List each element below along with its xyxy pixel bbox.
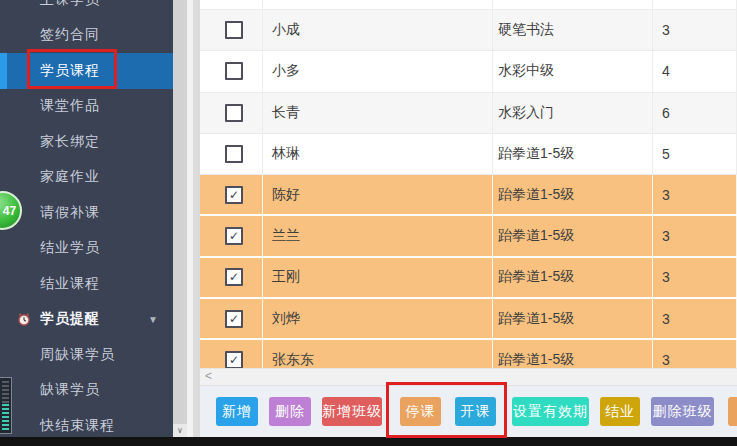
- remaining-count-cell: 3: [653, 175, 737, 214]
- graduate-button[interactable]: 结业: [600, 397, 640, 426]
- course-name-cell: 跆拳道1-5级: [493, 134, 653, 174]
- remaining-count-cell: 4: [653, 51, 737, 91]
- sidebar-item-graduated-courses[interactable]: 结业课程: [0, 266, 173, 302]
- sidebar-group-student-reminders[interactable]: 学员提醒 ▼: [0, 302, 173, 338]
- sidebar-item-contracts[interactable]: 签约合同: [0, 18, 173, 54]
- student-name-cell: 小多: [263, 51, 493, 91]
- sidebar-item-leave-makeup[interactable]: 请假补课: [0, 195, 173, 231]
- sidebar-item-parent-binding[interactable]: 家长绑定: [0, 124, 173, 160]
- delete-class-button[interactable]: 删除班级: [651, 397, 714, 426]
- stop-course-button[interactable]: 停课: [400, 397, 441, 426]
- row-checkbox[interactable]: [225, 62, 243, 80]
- scrollbar-down-arrow-icon[interactable]: ∨: [173, 424, 187, 437]
- sidebar-item-label: 快结束课程: [40, 417, 115, 435]
- remaining-count-cell: 3: [653, 299, 737, 338]
- sidebar-item-absent-students[interactable]: 缺课学员: [0, 373, 173, 409]
- student-name-cell: 兰兰: [263, 216, 493, 255]
- sidebar-group-label: 学员提醒: [40, 310, 100, 328]
- student-name-cell: 陈好: [263, 175, 493, 214]
- row-checkbox[interactable]: ✓: [225, 310, 243, 328]
- remaining-count-cell: 5: [653, 134, 737, 174]
- sidebar-item-student-courses[interactable]: 学员课程: [0, 53, 173, 89]
- course-name-cell: [493, 0, 653, 9]
- level-meter-widget: [0, 377, 12, 434]
- checkbox-cell: ✓: [200, 340, 263, 368]
- checkbox-cell: [200, 10, 263, 50]
- row-checkbox[interactable]: [225, 104, 243, 122]
- alarm-clock-icon: [17, 312, 31, 326]
- sidebar-item-label: 结业课程: [40, 275, 100, 293]
- chevron-down-icon: ▼: [148, 314, 159, 325]
- course-name-cell: 水彩中级: [493, 51, 653, 91]
- remaining-count-cell: 3: [653, 340, 737, 368]
- action-toolbar: 新增 删除 新增班级 停课 开课 设置有效期 结业 删除班级: [200, 385, 737, 437]
- table-row[interactable]: ✓ 兰兰 跆拳道1-5级 3: [200, 216, 737, 257]
- table-row[interactable]: 长青 水彩入门 6: [200, 93, 737, 134]
- sidebar-item-label: 学员课程: [40, 62, 100, 80]
- student-name-cell: 张东东: [263, 340, 493, 368]
- checkbox-cell: ✓: [200, 299, 263, 338]
- checkbox-cell: ✓: [200, 175, 263, 214]
- sidebar-item-homework[interactable]: 家庭作业: [0, 160, 173, 196]
- badge-count: 47: [3, 204, 16, 218]
- course-name-cell: 跆拳道1-5级: [493, 175, 653, 214]
- sidebar-item-weekly-absent[interactable]: 周缺课学员: [0, 337, 173, 373]
- sidebar-item-label: 缺课学员: [40, 381, 100, 399]
- add-button[interactable]: 新增: [216, 397, 258, 426]
- sidebar-item-label: 家长绑定: [40, 133, 100, 151]
- course-name-cell: 跆拳道1-5级: [493, 340, 653, 368]
- table-row[interactable]: ✓ 张东东 跆拳道1-5级 3: [200, 340, 737, 368]
- add-class-button[interactable]: 新增班级: [322, 397, 382, 426]
- course-name-cell: 跆拳道1-5级: [493, 258, 653, 297]
- sidebar-item-class-students[interactable]: 上课学员: [0, 0, 173, 18]
- sidebar-item-label: 上课学员: [40, 0, 100, 9]
- sidebar: 上课学员 签约合同 学员课程 课堂作品 家长绑定 家庭作业 请假补课 结业学员 …: [0, 0, 173, 437]
- set-validity-button[interactable]: 设置有效期: [512, 397, 589, 426]
- student-name-cell: 长青: [263, 93, 493, 133]
- remaining-count-cell: [653, 0, 737, 9]
- course-name-cell: 水彩入门: [493, 93, 653, 133]
- student-name-cell: 王刚: [263, 258, 493, 297]
- checkbox-cell: ✓: [200, 258, 263, 297]
- row-checkbox[interactable]: ✓: [225, 227, 243, 245]
- checkbox-cell: [200, 93, 263, 133]
- table-row[interactable]: ✓ 陈好 跆拳道1-5级 3: [200, 175, 737, 216]
- sidebar-item-graduated-students[interactable]: 结业学员: [0, 231, 173, 267]
- course-name-cell: 跆拳道1-5级: [493, 216, 653, 255]
- student-name-cell: 小成: [263, 10, 493, 50]
- course-name-cell: 跆拳道1-5级: [493, 299, 653, 338]
- delete-button[interactable]: 删除: [269, 397, 311, 426]
- sidebar-item-label: 家庭作业: [40, 168, 100, 186]
- row-checkbox[interactable]: ✓: [225, 186, 243, 204]
- partial-button[interactable]: [728, 397, 737, 426]
- table-row[interactable]: 林琳 跆拳道1-5级 5: [200, 134, 737, 175]
- scrollbar-left-arrow-icon[interactable]: <: [205, 369, 212, 383]
- remaining-count-cell: 3: [653, 216, 737, 255]
- start-course-button[interactable]: 开课: [455, 397, 496, 426]
- row-checkbox[interactable]: [225, 145, 243, 163]
- sidebar-item-label: 签约合同: [40, 26, 100, 44]
- meter-dashes-teal: [2, 404, 9, 430]
- row-checkbox[interactable]: [225, 21, 243, 39]
- remaining-count-cell: 3: [653, 10, 737, 50]
- table-row[interactable]: 小多 水彩中级 4: [200, 51, 737, 92]
- horizontal-scrollbar[interactable]: <: [200, 368, 737, 385]
- course-name-cell: 硬笔书法: [493, 10, 653, 50]
- remaining-count-cell: 3: [653, 258, 737, 297]
- sidebar-item-label: 课堂作品: [40, 97, 100, 115]
- sidebar-item-ending-courses[interactable]: 快结束课程: [0, 408, 173, 437]
- table-row-partial: [200, 0, 737, 10]
- table-row[interactable]: ✓ 王刚 跆拳道1-5级 3: [200, 258, 737, 299]
- panel-divider-shade: [193, 0, 200, 437]
- meter-dashes-gray: [2, 381, 9, 404]
- row-checkbox[interactable]: ✓: [225, 351, 243, 368]
- sidebar-item-class-works[interactable]: 课堂作品: [0, 89, 173, 125]
- row-checkbox[interactable]: ✓: [225, 268, 243, 286]
- student-name-cell: 林琳: [263, 134, 493, 174]
- sidebar-menu: 上课学员 签约合同 学员课程 课堂作品 家长绑定 家庭作业 请假补课 结业学员 …: [0, 0, 173, 437]
- table-row[interactable]: ✓ 刘烨 跆拳道1-5级 3: [200, 299, 737, 340]
- student-course-table: 小成 硬笔书法 3 小多 水彩中级 4 长青 水彩入门 6 林琳 跆拳道1-5级…: [200, 0, 737, 368]
- table-row[interactable]: 小成 硬笔书法 3: [200, 10, 737, 51]
- sidebar-scrollbar[interactable]: ∨: [173, 0, 187, 437]
- checkbox-cell: [200, 0, 263, 9]
